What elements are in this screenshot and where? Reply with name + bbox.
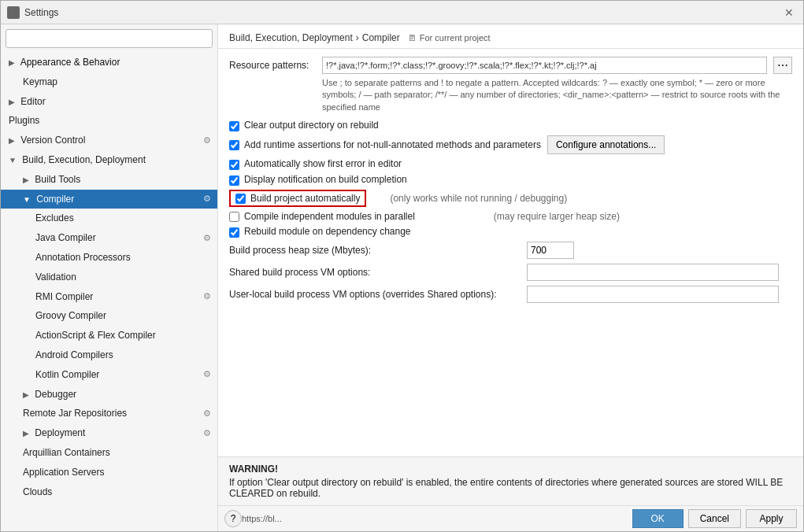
project-icon: 🖹	[408, 33, 417, 42]
show-first-error-label[interactable]: Automatically show first error in editor	[244, 158, 402, 169]
sidebar-item-kotlin-compiler[interactable]: Kotlin Compiler ⚙	[1, 365, 217, 385]
search-input[interactable]	[6, 29, 213, 48]
expand-arrow-icon: ▶	[23, 390, 29, 399]
config-icon: ⚙	[203, 368, 211, 380]
sidebar-item-compiler[interactable]: ▼ Compiler ⚙	[1, 190, 217, 209]
sidebar-item-label: Arquillian Containers	[23, 446, 110, 460]
sidebar-item-label: Plugins	[9, 114, 39, 127]
build-automatically-label[interactable]: Build project automatically	[250, 193, 360, 204]
breadcrumb-page: Compiler	[362, 32, 400, 43]
sidebar-item-android-compilers[interactable]: Android Compilers	[1, 345, 217, 365]
runtime-assertions-row: Add runtime assertions for not-null-anno…	[229, 135, 792, 154]
sidebar-item-appearance[interactable]: ▶ Appearance & Behavior	[1, 53, 217, 72]
build-automatically-highlight: Build project automatically	[229, 190, 366, 207]
sidebar-item-validation[interactable]: Validation	[1, 268, 217, 287]
config-icon: ⚙	[203, 290, 211, 302]
resource-patterns-button[interactable]: ⋯	[773, 57, 792, 74]
sidebar-item-label: Remote Jar Repositories	[23, 407, 127, 420]
sidebar-item-java-compiler[interactable]: Java Compiler ⚙	[1, 228, 217, 248]
user-local-vm-row: User-local build process VM options (ove…	[229, 286, 792, 303]
build-automatically-note: (only works while not running / debuggin…	[390, 193, 567, 204]
sidebar-item-label: ▶ Deployment	[23, 427, 85, 440]
shared-vm-label: Shared build process VM options:	[229, 267, 521, 278]
sidebar-item-label: ▼ Compiler	[23, 193, 74, 206]
show-first-error-checkbox[interactable]	[229, 160, 239, 170]
resource-patterns-hint: Use ; to separate patterns and ! to nega…	[322, 77, 792, 113]
resource-patterns-label: Resource patterns:	[229, 60, 316, 71]
sidebar-item-rmi-compiler[interactable]: RMI Compiler ⚙	[1, 287, 217, 307]
build-automatically-checkbox[interactable]	[235, 194, 246, 204]
ok-button[interactable]: OK	[632, 509, 684, 528]
sidebar-item-label: Keymap	[23, 76, 57, 89]
titlebar-left: Settings	[7, 6, 58, 19]
sidebar-item-version-control[interactable]: ▶ Version Control ⚙	[1, 131, 217, 150]
sidebar-item-actionscript[interactable]: ActionScript & Flex Compiler	[1, 326, 217, 345]
sidebar-item-debugger[interactable]: ▶ Debugger	[1, 385, 217, 405]
build-automatically-row: Build project automatically (only works …	[229, 190, 792, 207]
sidebar-item-label: ▶ Appearance & Behavior	[9, 56, 120, 69]
compile-independent-checkbox[interactable]	[229, 212, 239, 222]
heap-size-input[interactable]	[527, 242, 574, 259]
sidebar-item-label: ActionScript & Flex Compiler	[35, 329, 156, 342]
expand-arrow-icon: ▼	[23, 195, 31, 204]
rebuild-module-checkbox[interactable]	[229, 227, 239, 238]
user-local-vm-input[interactable]	[527, 286, 779, 303]
sidebar-item-build-tools[interactable]: ▶ Build Tools	[1, 170, 217, 190]
clear-output-label[interactable]: Clear output directory on rebuild	[244, 120, 379, 131]
warning-text: If option 'Clear output directory on reb…	[229, 477, 792, 499]
shared-vm-input[interactable]	[527, 264, 779, 281]
expand-arrow-icon: ▼	[9, 156, 17, 164]
sidebar-item-label: Excludes	[35, 212, 74, 225]
settings-form: Resource patterns: ⋯ Use ; to separate p…	[218, 49, 803, 456]
runtime-assertions-label[interactable]: Add runtime assertions for not-null-anno…	[244, 139, 541, 150]
config-icon: ⚙	[203, 427, 211, 439]
config-icon: ⚙	[203, 135, 211, 146]
rebuild-module-label[interactable]: Rebuild module on dependency change	[244, 226, 411, 237]
sidebar-item-annotation-processors[interactable]: Annotation Processors	[1, 248, 217, 268]
sidebar-item-label: Annotation Processors	[35, 251, 131, 264]
expand-arrow-icon: ▶	[9, 136, 15, 145]
sidebar-item-deployment[interactable]: ▶ Deployment ⚙	[1, 423, 217, 443]
shared-vm-row: Shared build process VM options:	[229, 264, 792, 281]
compile-independent-note: (may require larger heap size)	[494, 211, 620, 222]
sidebar-item-plugins[interactable]: Plugins	[1, 111, 217, 131]
compile-independent-group: Compile independent modules in parallel	[229, 211, 415, 222]
display-notification-checkbox[interactable]	[229, 175, 239, 186]
sidebar-item-remote-jar[interactable]: Remote Jar Repositories ⚙	[1, 404, 217, 423]
sidebar-item-clouds[interactable]: Clouds	[1, 482, 217, 502]
sidebar-item-app-servers[interactable]: Application Servers	[1, 463, 217, 482]
sidebar-item-label: Validation	[35, 271, 76, 284]
url-hint: https://bl...	[242, 514, 628, 523]
sidebar-item-label: Clouds	[23, 486, 52, 499]
expand-arrow-icon: ▶	[9, 98, 15, 106]
sidebar-item-groovy-compiler[interactable]: Groovy Compiler	[1, 306, 217, 326]
sidebar-item-build-exec[interactable]: ▼ Build, Execution, Deployment	[1, 150, 217, 170]
close-button[interactable]: ✕	[781, 5, 797, 20]
right-panel: Build, Execution, Deployment › Compiler …	[218, 24, 803, 531]
apply-button[interactable]: Apply	[746, 509, 797, 528]
sidebar-item-label: ▶ Debugger	[23, 388, 76, 401]
sidebar-item-arquillian[interactable]: Arquillian Containers	[1, 443, 217, 463]
configure-annotations-button[interactable]: Configure annotations...	[547, 135, 665, 154]
clear-output-checkbox[interactable]	[229, 121, 239, 131]
sidebar-item-label: RMI Compiler	[35, 290, 93, 304]
app-icon	[7, 6, 20, 19]
breadcrumb-path: Build, Execution, Deployment	[229, 32, 353, 43]
sidebar-item-excludes[interactable]: Excludes	[1, 209, 217, 228]
heap-size-label: Build process heap size (Mbytes):	[229, 245, 521, 256]
warning-box: WARNING! If option 'Clear output directo…	[218, 456, 803, 505]
sidebar-item-editor[interactable]: ▶ Editor	[1, 92, 217, 112]
compile-independent-label[interactable]: Compile independent modules in parallel	[244, 211, 415, 222]
resource-patterns-input[interactable]	[322, 57, 767, 74]
expand-arrow-icon: ▶	[23, 175, 29, 184]
sidebar-item-label: Groovy Compiler	[35, 309, 106, 323]
resource-patterns-row: Resource patterns: ⋯	[229, 57, 792, 74]
sidebar-item-label: Android Compilers	[35, 349, 113, 362]
window-title: Settings	[24, 7, 58, 18]
bottom-bar-left: ? https://bl...	[224, 510, 628, 527]
display-notification-label[interactable]: Display notification on build completion	[244, 174, 407, 185]
help-button[interactable]: ?	[224, 510, 242, 527]
cancel-button[interactable]: Cancel	[688, 509, 741, 528]
sidebar-item-keymap[interactable]: Keymap	[1, 72, 217, 92]
runtime-assertions-checkbox[interactable]	[229, 140, 239, 150]
